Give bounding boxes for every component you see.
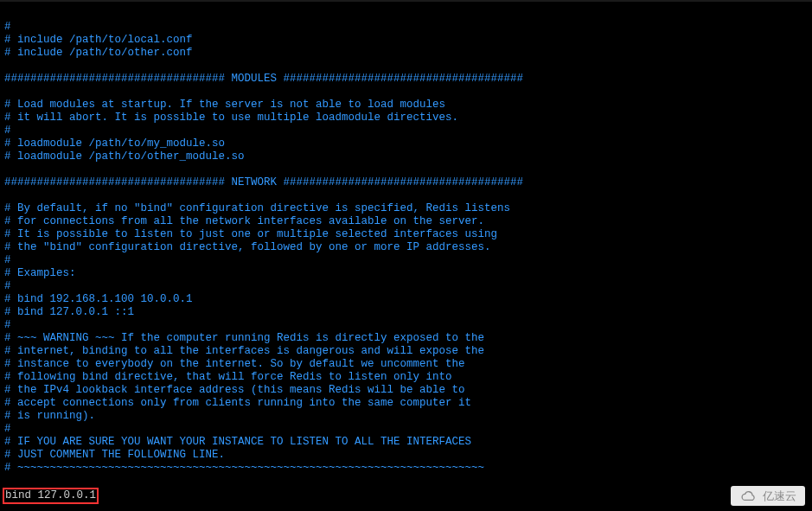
config-line: # ~~~~~~~~~~~~~~~~~~~~~~~~~~~~~~~~~~~~~~… [4,462,808,475]
watermark-text: 亿速云 [763,489,796,502]
config-line: # By default, if no "bind" configuration… [4,202,808,215]
bind-directive-highlight: bind 127.0.0.1 [3,488,99,504]
config-line: # [4,254,808,267]
config-line: # [4,125,808,137]
config-line: # instance to everybody on the internet.… [4,358,808,371]
config-line [4,189,808,202]
config-line: # is running). [4,410,808,423]
config-line: # [4,423,808,436]
config-line: # for connections from all the network i… [4,215,808,228]
watermark-badge: 亿速云 [731,486,805,506]
config-line: # include /path/to/other.conf [4,47,808,60]
config-line: # [4,21,808,34]
config-line: # the IPv4 lookback interface address (t… [4,384,808,397]
config-line: # accept connections only from clients r… [4,397,808,410]
config-line: # IF YOU ARE SURE YOU WANT YOUR INSTANCE… [4,436,808,449]
config-line: # following bind directive, that will fo… [4,371,808,384]
config-line [4,163,808,176]
config-line: # JUST COMMENT THE FOLLOWING LINE. [4,449,808,462]
config-lines-after: # Protected mode is a layer of security … [4,504,808,511]
config-line: # loadmodule /path/to/my_module.so [4,137,808,150]
config-line: # Examples: [4,267,808,280]
config-line: ################################## NETWO… [4,176,808,189]
config-line: # It is possible to listen to just one o… [4,228,808,241]
config-line: # ~~~ WARNING ~~~ If the computer runnin… [4,332,808,345]
config-line: # it will abort. It is possible to use m… [4,112,808,125]
window-top-rule [0,0,812,2]
terminal-viewport[interactable]: ## include /path/to/local.conf# include … [0,3,812,511]
config-lines-block: ## include /path/to/local.conf# include … [4,21,808,475]
config-line: # [4,280,808,293]
config-line: # Load modules at startup. If the server… [4,99,808,112]
config-line: # internet, binding to all the interface… [4,345,808,358]
config-line: # the "bind" configuration directive, fo… [4,241,808,254]
config-line: # bind 127.0.0.1 ::1 [4,306,808,319]
config-line: # loadmodule /path/to/other_module.so [4,150,808,163]
config-line: ################################## MODUL… [4,73,808,86]
cloud-icon [739,490,758,502]
config-line [4,60,808,73]
config-line [4,504,808,511]
config-line [4,86,808,99]
config-line: # bind 192.168.1.100 10.0.0.1 [4,293,808,306]
config-line: # [4,319,808,332]
config-line: # include /path/to/local.conf [4,34,808,47]
